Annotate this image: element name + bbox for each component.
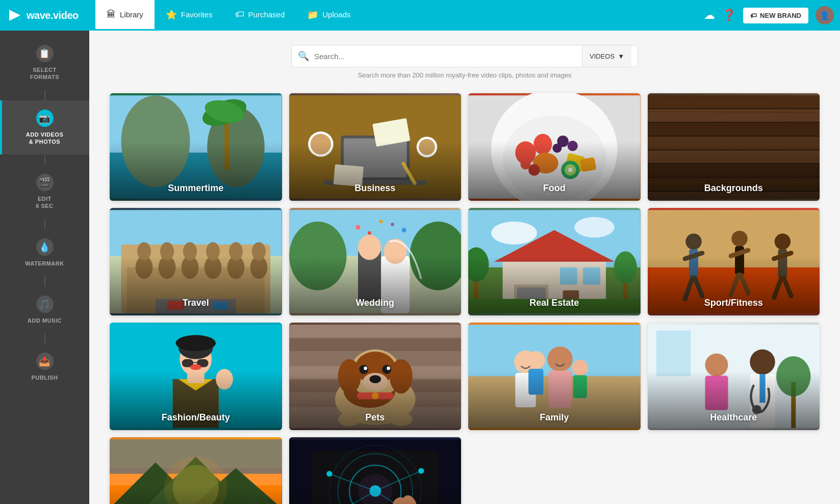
category-card-backgrounds[interactable]: Backgrounds	[648, 93, 820, 201]
new-brand-button[interactable]: 🏷 NEW BRAND	[743, 8, 808, 23]
category-label-travel: Travel	[110, 298, 282, 308]
category-card-nature[interactable]: Nature	[110, 437, 282, 504]
logo-area: wave.video	[6, 7, 95, 23]
brand-tag-icon: 🏷	[750, 12, 757, 19]
favorites-icon: ⭐	[166, 9, 177, 20]
sidebar-item-select-formats[interactable]: 📋 SELECTFORMATS	[0, 36, 89, 90]
search-section: 🔍 VIDEOS ▼ Search more than 200 million …	[110, 45, 820, 79]
category-card-food[interactable]: Food	[468, 93, 641, 201]
sidebar-item-edit[interactable]: 🎬 EDIT6 sec	[0, 165, 89, 219]
tab-favorites-label: Favorites	[181, 10, 213, 19]
category-card-technology[interactable]: Technology	[289, 437, 462, 504]
sidebar-item-add-music[interactable]: 🎵 ADD MUSIC	[0, 286, 89, 333]
category-label-realestate: Real Estate	[468, 298, 641, 308]
add-videos-label: ADD VIDEOS& PHOTOS	[26, 131, 63, 146]
search-type-button[interactable]: VIDEOS ▼	[582, 45, 631, 67]
add-music-icon: 🎵	[36, 296, 54, 313]
cloud-icon[interactable]: ☁	[704, 9, 715, 22]
new-brand-label: NEW BRAND	[760, 12, 801, 19]
logo-text: wave.video	[27, 10, 79, 21]
category-card-healthcare[interactable]: Healthcare	[648, 323, 820, 430]
main-layout: 📋 SELECTFORMATS 📷 ADD VIDEOS& PHOTOS 🎬 E…	[0, 31, 840, 504]
search-type-label: VIDEOS	[590, 52, 615, 60]
category-label-backgrounds: Backgrounds	[648, 183, 820, 194]
category-label-pets: Pets	[289, 412, 462, 423]
category-card-sport[interactable]: Sport/Fitness	[648, 208, 820, 315]
sidebar-item-publish[interactable]: 📤 PUBLISH	[0, 343, 89, 390]
sidebar: 📋 SELECTFORMATS 📷 ADD VIDEOS& PHOTOS 🎬 E…	[0, 31, 89, 504]
category-card-wedding[interactable]: Wedding	[289, 208, 462, 315]
category-grid: Summertime	[110, 93, 820, 504]
category-label-healthcare: Healthcare	[648, 412, 820, 423]
select-formats-label: SELECTFORMATS	[30, 66, 59, 81]
publish-icon: 📤	[36, 353, 54, 370]
edit-icon: 🎬	[36, 174, 54, 191]
technology-overlay	[289, 437, 462, 504]
category-card-business[interactable]: Business	[289, 93, 462, 201]
category-card-pets[interactable]: Pets	[289, 323, 462, 430]
category-card-fashion[interactable]: Fashion/Beauty	[110, 323, 282, 430]
category-label-sport: Sport/Fitness	[648, 298, 820, 308]
search-input[interactable]	[314, 52, 577, 61]
category-label-wedding: Wedding	[289, 298, 462, 308]
nav-tabs: 🏛 Library ⭐ Favorites 🏷 Purchased 📁 Uplo…	[95, 0, 704, 31]
nature-overlay	[110, 437, 282, 504]
select-formats-icon: 📋	[36, 45, 54, 62]
tab-purchased[interactable]: 🏷 Purchased	[224, 0, 296, 31]
search-hint: Search more than 200 million royalty-fre…	[358, 71, 571, 79]
add-music-label: ADD MUSIC	[28, 317, 62, 324]
logo-icon	[6, 7, 22, 23]
sidebar-connector-2	[44, 154, 45, 165]
tab-library[interactable]: 🏛 Library	[95, 0, 155, 31]
nav-right: ☁ ❓ 🏷 NEW BRAND 👤	[704, 6, 834, 24]
category-label-fashion: Fashion/Beauty	[110, 412, 282, 423]
help-icon[interactable]: ❓	[722, 9, 736, 22]
library-icon: 🏛	[107, 9, 116, 20]
search-type-chevron: ▼	[618, 52, 624, 60]
svg-marker-0	[9, 10, 20, 21]
sidebar-item-add-videos[interactable]: 📷 ADD VIDEOS& PHOTOS	[0, 100, 89, 155]
sidebar-connector-5	[44, 333, 45, 343]
search-icon: 🔍	[298, 50, 309, 62]
publish-label: PUBLISH	[32, 374, 58, 381]
sidebar-connector-3	[44, 219, 45, 229]
top-navigation: wave.video 🏛 Library ⭐ Favorites 🏷 Purch…	[0, 0, 840, 31]
category-card-travel[interactable]: Travel	[110, 208, 282, 315]
category-card-realestate[interactable]: Real Estate	[468, 208, 641, 315]
category-label-family: Family	[468, 412, 641, 423]
edit-label: EDIT6 sec	[36, 195, 53, 210]
sidebar-item-watermark[interactable]: 💧 WATERMARK	[0, 229, 89, 276]
watermark-icon: 💧	[36, 238, 54, 256]
tab-purchased-label: Purchased	[248, 10, 285, 19]
uploads-icon: 📁	[307, 9, 318, 20]
category-label-summertime: Summertime	[110, 183, 282, 194]
category-label-food: Food	[468, 183, 641, 194]
content-area: 🔍 VIDEOS ▼ Search more than 200 million …	[89, 31, 840, 504]
tab-uploads[interactable]: 📁 Uploads	[296, 0, 362, 31]
tab-favorites[interactable]: ⭐ Favorites	[155, 0, 224, 31]
watermark-label: WATERMARK	[25, 260, 64, 267]
sidebar-connector-1	[44, 90, 45, 100]
category-card-summertime[interactable]: Summertime	[110, 93, 282, 201]
tab-library-label: Library	[120, 10, 143, 19]
tab-uploads-label: Uploads	[322, 10, 350, 19]
user-avatar[interactable]: 👤	[816, 6, 834, 24]
purchased-icon: 🏷	[235, 9, 244, 20]
search-bar: 🔍 VIDEOS ▼	[291, 45, 638, 67]
sidebar-connector-4	[44, 276, 45, 286]
add-videos-icon: 📷	[36, 110, 54, 127]
category-card-family[interactable]: Family	[468, 323, 641, 430]
category-label-business: Business	[289, 183, 462, 194]
